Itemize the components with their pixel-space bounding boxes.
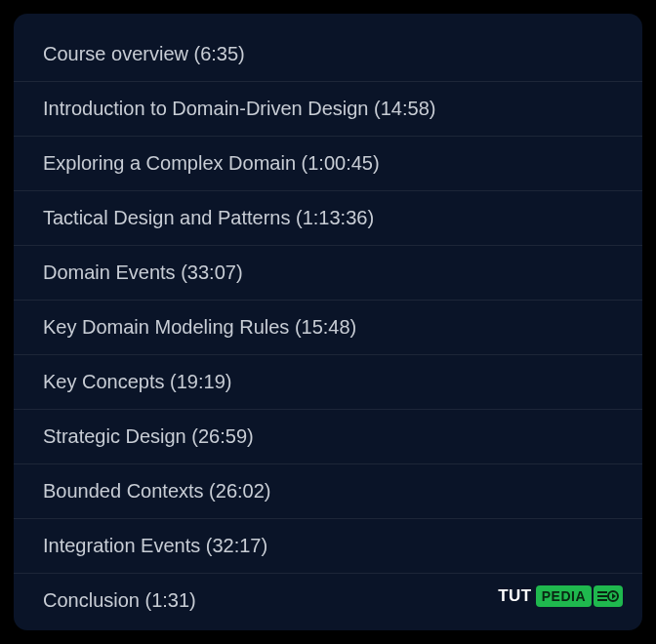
play-icon (594, 585, 623, 607)
course-panel: Course overview (6:35) Introduction to D… (14, 14, 642, 630)
lesson-item[interactable]: Strategic Design (26:59) (14, 410, 642, 464)
lesson-item[interactable]: Course overview (6:35) (14, 27, 642, 82)
lesson-item[interactable]: Key Domain Modeling Rules (15:48) (14, 301, 642, 355)
watermark-tut-text: TUT (498, 586, 532, 606)
lesson-item[interactable]: Introduction to Domain-Driven Design (14… (14, 82, 642, 137)
lesson-item[interactable]: Tactical Design and Patterns (1:13:36) (14, 191, 642, 246)
lesson-item[interactable]: Key Concepts (19:19) (14, 355, 642, 410)
lesson-list: Course overview (6:35) Introduction to D… (14, 27, 642, 627)
lesson-item[interactable]: Domain Events (33:07) (14, 246, 642, 301)
lesson-item[interactable]: Exploring a Complex Domain (1:00:45) (14, 137, 642, 191)
watermark-logo: TUT PEDIA (498, 585, 623, 607)
lesson-item[interactable]: Integration Events (32:17) (14, 519, 642, 574)
watermark-pedia-text: PEDIA (536, 585, 592, 607)
lesson-item[interactable]: Bounded Contexts (26:02) (14, 464, 642, 519)
